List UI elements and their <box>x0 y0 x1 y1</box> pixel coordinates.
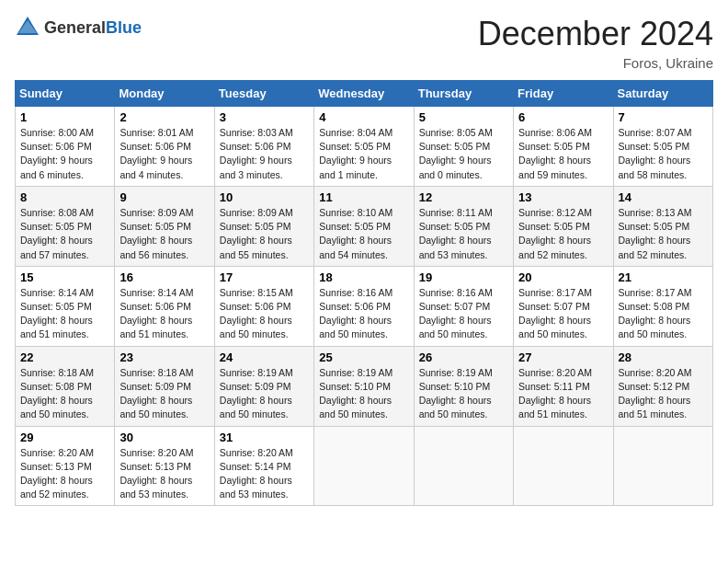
day-info: Sunrise: 8:20 AM Sunset: 5:13 PM Dayligh… <box>119 446 209 502</box>
weekday-header: Saturday <box>613 81 712 107</box>
day-number: 14 <box>619 190 708 204</box>
weekday-header: Friday <box>514 81 613 107</box>
day-number: 2 <box>119 110 209 124</box>
day-info: Sunrise: 8:19 AM Sunset: 5:10 PM Dayligh… <box>419 366 508 422</box>
day-number: 12 <box>419 190 508 204</box>
calendar-cell: 31Sunrise: 8:20 AM Sunset: 5:14 PM Dayli… <box>214 426 313 506</box>
day-number: 10 <box>220 190 309 204</box>
day-info: Sunrise: 8:00 AM Sunset: 5:06 PM Dayligh… <box>20 126 109 182</box>
calendar-cell: 18Sunrise: 8:16 AM Sunset: 5:06 PM Dayli… <box>314 266 414 346</box>
calendar-row: 22Sunrise: 8:18 AM Sunset: 5:08 PM Dayli… <box>16 346 713 426</box>
day-number: 27 <box>518 350 608 364</box>
calendar-cell: 16Sunrise: 8:14 AM Sunset: 5:06 PM Dayli… <box>115 266 214 346</box>
svg-marker-1 <box>18 20 37 33</box>
calendar-cell: 10Sunrise: 8:09 AM Sunset: 5:05 PM Dayli… <box>214 186 313 266</box>
day-number: 20 <box>518 270 608 284</box>
day-info: Sunrise: 8:17 AM Sunset: 5:08 PM Dayligh… <box>619 286 708 342</box>
weekday-header: Sunday <box>16 81 115 107</box>
calendar-cell: 15Sunrise: 8:14 AM Sunset: 5:05 PM Dayli… <box>16 266 115 346</box>
calendar-cell: 28Sunrise: 8:20 AM Sunset: 5:12 PM Dayli… <box>613 346 712 426</box>
calendar-cell <box>613 426 712 506</box>
calendar-cell: 17Sunrise: 8:15 AM Sunset: 5:06 PM Dayli… <box>214 266 313 346</box>
day-info: Sunrise: 8:18 AM Sunset: 5:08 PM Dayligh… <box>20 366 109 422</box>
calendar-cell: 12Sunrise: 8:11 AM Sunset: 5:05 PM Dayli… <box>414 186 513 266</box>
day-info: Sunrise: 8:07 AM Sunset: 5:05 PM Dayligh… <box>619 126 708 182</box>
day-info: Sunrise: 8:14 AM Sunset: 5:05 PM Dayligh… <box>20 286 109 342</box>
calendar-row: 15Sunrise: 8:14 AM Sunset: 5:05 PM Dayli… <box>16 266 713 346</box>
day-number: 7 <box>619 110 708 124</box>
calendar-cell: 4Sunrise: 8:04 AM Sunset: 5:05 PM Daylig… <box>314 107 414 187</box>
day-number: 29 <box>20 431 109 444</box>
day-number: 15 <box>20 270 109 284</box>
title-block: December 2024 Foros, Ukraine <box>478 15 713 71</box>
day-number: 16 <box>119 270 209 284</box>
day-info: Sunrise: 8:09 AM Sunset: 5:05 PM Dayligh… <box>119 206 209 262</box>
calendar-cell: 6Sunrise: 8:06 AM Sunset: 5:05 PM Daylig… <box>514 107 613 187</box>
day-info: Sunrise: 8:18 AM Sunset: 5:09 PM Dayligh… <box>119 366 209 422</box>
day-number: 26 <box>419 350 508 364</box>
calendar-row: 1Sunrise: 8:00 AM Sunset: 5:06 PM Daylig… <box>16 107 713 187</box>
day-info: Sunrise: 8:15 AM Sunset: 5:06 PM Dayligh… <box>220 286 309 342</box>
day-info: Sunrise: 8:01 AM Sunset: 5:06 PM Dayligh… <box>119 126 209 182</box>
day-number: 9 <box>119 190 209 204</box>
day-number: 8 <box>20 190 109 204</box>
day-info: Sunrise: 8:14 AM Sunset: 5:06 PM Dayligh… <box>119 286 209 342</box>
day-number: 31 <box>220 431 309 444</box>
day-info: Sunrise: 8:03 AM Sunset: 5:06 PM Dayligh… <box>220 126 309 182</box>
page-header: GeneralBlue December 2024 Foros, Ukraine <box>15 15 713 71</box>
calendar-cell <box>414 426 513 506</box>
day-info: Sunrise: 8:20 AM Sunset: 5:11 PM Dayligh… <box>518 366 608 422</box>
day-number: 6 <box>518 110 608 124</box>
day-number: 19 <box>419 270 508 284</box>
day-number: 1 <box>20 110 109 124</box>
day-info: Sunrise: 8:13 AM Sunset: 5:05 PM Dayligh… <box>619 206 708 262</box>
weekday-header: Monday <box>115 81 214 107</box>
calendar-cell: 1Sunrise: 8:00 AM Sunset: 5:06 PM Daylig… <box>16 107 115 187</box>
day-info: Sunrise: 8:12 AM Sunset: 5:05 PM Dayligh… <box>518 206 608 262</box>
day-info: Sunrise: 8:20 AM Sunset: 5:12 PM Dayligh… <box>619 366 708 422</box>
calendar-cell: 30Sunrise: 8:20 AM Sunset: 5:13 PM Dayli… <box>115 426 214 506</box>
calendar-cell <box>514 426 613 506</box>
calendar-table: SundayMondayTuesdayWednesdayThursdayFrid… <box>15 80 713 506</box>
day-info: Sunrise: 8:20 AM Sunset: 5:13 PM Dayligh… <box>20 446 109 502</box>
calendar-cell: 2Sunrise: 8:01 AM Sunset: 5:06 PM Daylig… <box>115 107 214 187</box>
day-number: 30 <box>119 431 209 444</box>
calendar-cell: 20Sunrise: 8:17 AM Sunset: 5:07 PM Dayli… <box>514 266 613 346</box>
day-info: Sunrise: 8:19 AM Sunset: 5:10 PM Dayligh… <box>319 366 408 422</box>
day-info: Sunrise: 8:20 AM Sunset: 5:14 PM Dayligh… <box>220 446 309 502</box>
calendar-cell: 24Sunrise: 8:19 AM Sunset: 5:09 PM Dayli… <box>214 346 313 426</box>
calendar-row: 29Sunrise: 8:20 AM Sunset: 5:13 PM Dayli… <box>16 426 713 506</box>
day-info: Sunrise: 8:16 AM Sunset: 5:06 PM Dayligh… <box>319 286 408 342</box>
month-title: December 2024 <box>478 15 713 53</box>
day-number: 17 <box>220 270 309 284</box>
day-info: Sunrise: 8:17 AM Sunset: 5:07 PM Dayligh… <box>518 286 608 342</box>
weekday-header: Thursday <box>414 81 513 107</box>
day-info: Sunrise: 8:19 AM Sunset: 5:09 PM Dayligh… <box>220 366 309 422</box>
day-number: 24 <box>220 350 309 364</box>
day-number: 18 <box>319 270 408 284</box>
calendar-cell: 3Sunrise: 8:03 AM Sunset: 5:06 PM Daylig… <box>214 107 313 187</box>
day-info: Sunrise: 8:09 AM Sunset: 5:05 PM Dayligh… <box>220 206 309 262</box>
logo-icon <box>15 15 40 40</box>
location-text: Foros, Ukraine <box>478 55 713 71</box>
day-number: 21 <box>619 270 708 284</box>
day-number: 25 <box>319 350 408 364</box>
logo-blue-text: Blue <box>106 18 142 37</box>
calendar-cell: 8Sunrise: 8:08 AM Sunset: 5:05 PM Daylig… <box>16 186 115 266</box>
calendar-row: 8Sunrise: 8:08 AM Sunset: 5:05 PM Daylig… <box>16 186 713 266</box>
calendar-cell: 23Sunrise: 8:18 AM Sunset: 5:09 PM Dayli… <box>115 346 214 426</box>
day-number: 4 <box>319 110 408 124</box>
day-number: 28 <box>619 350 708 364</box>
calendar-cell: 11Sunrise: 8:10 AM Sunset: 5:05 PM Dayli… <box>314 186 414 266</box>
calendar-cell <box>314 426 414 506</box>
day-number: 11 <box>319 190 408 204</box>
logo: GeneralBlue <box>15 15 142 40</box>
calendar-cell: 7Sunrise: 8:07 AM Sunset: 5:05 PM Daylig… <box>613 107 712 187</box>
calendar-header-row: SundayMondayTuesdayWednesdayThursdayFrid… <box>16 81 713 107</box>
calendar-cell: 5Sunrise: 8:05 AM Sunset: 5:05 PM Daylig… <box>414 107 513 187</box>
calendar-cell: 9Sunrise: 8:09 AM Sunset: 5:05 PM Daylig… <box>115 186 214 266</box>
logo-general-text: General <box>44 18 106 37</box>
day-number: 3 <box>220 110 309 124</box>
day-number: 13 <box>518 190 608 204</box>
day-info: Sunrise: 8:08 AM Sunset: 5:05 PM Dayligh… <box>20 206 109 262</box>
